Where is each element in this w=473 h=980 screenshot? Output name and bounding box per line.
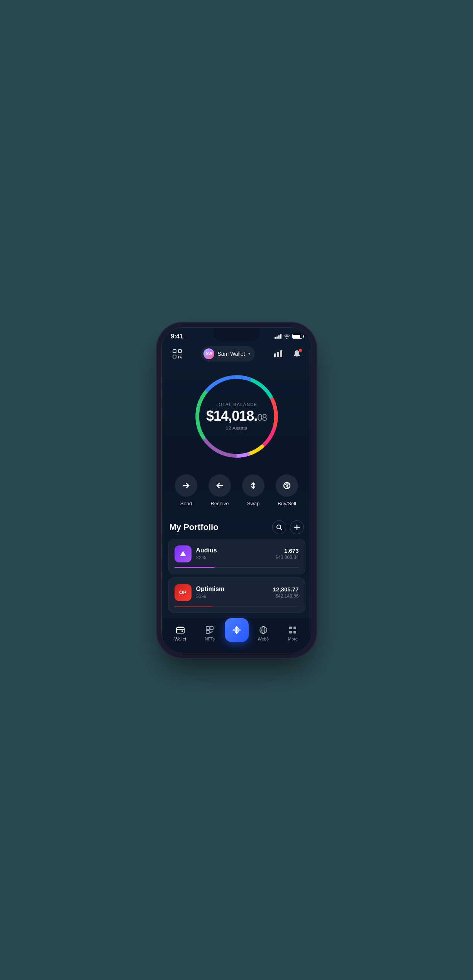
notch	[214, 328, 260, 341]
send-label: Send	[180, 501, 192, 506]
wallet-nav-label: Wallet	[175, 637, 186, 641]
chart-icon[interactable]	[271, 347, 285, 361]
audius-percent: 32%	[196, 555, 271, 560]
donut-chart: TOTAL BALANCE $14,018.08 12 Assets	[190, 370, 283, 463]
phone-screen: 9:41	[162, 328, 312, 653]
optimism-values: 12,305.77 $42,149.56	[273, 586, 299, 599]
audius-info: Audius 32%	[196, 547, 271, 560]
audius-usd: $43,003.34	[275, 555, 298, 560]
svg-rect-34	[206, 630, 209, 634]
status-time: 9:41	[171, 333, 183, 340]
optimism-progress-fill	[175, 606, 213, 606]
svg-rect-9	[280, 350, 282, 357]
svg-line-6	[180, 357, 181, 358]
portfolio-header: My Portfolio	[162, 514, 312, 539]
phone-frame: 9:41	[161, 327, 312, 653]
optimism-progress	[175, 606, 299, 606]
more-nav-label: More	[288, 637, 298, 641]
nfts-nav-icon	[205, 625, 215, 635]
optimism-usd: $42,149.56	[273, 593, 299, 599]
nav-web3[interactable]: Web3	[249, 625, 278, 641]
receive-icon	[209, 474, 231, 497]
svg-rect-2	[173, 355, 176, 358]
svg-rect-0	[173, 350, 176, 353]
audius-progress	[175, 567, 299, 568]
bottom-nav: Wallet NFTs	[162, 617, 312, 653]
search-button[interactable]	[272, 520, 286, 534]
web3-nav-icon	[258, 625, 268, 635]
portfolio-actions	[272, 520, 304, 534]
svg-rect-29	[176, 628, 184, 633]
optimism-logo: OP	[175, 584, 192, 601]
svg-rect-33	[210, 627, 213, 630]
wallet-nav-icon	[175, 625, 185, 635]
svg-rect-1	[178, 350, 181, 353]
scan-icon[interactable]	[170, 346, 185, 362]
optimism-amount: 12,305.77	[273, 586, 299, 593]
optimism-logo-text: OP	[179, 589, 186, 595]
svg-marker-28	[180, 551, 186, 556]
chevron-down-icon: ▾	[248, 352, 250, 356]
buysell-button[interactable]: $ Buy/Sell	[270, 474, 304, 506]
swap-label: Swap	[247, 501, 260, 506]
optimism-name: Optimism	[196, 586, 268, 593]
receive-button[interactable]: Receive	[203, 474, 237, 506]
header-right	[271, 347, 304, 361]
nav-nfts[interactable]: NFTs	[195, 625, 225, 641]
nfts-nav-label: NFTs	[205, 637, 215, 641]
more-nav-icon	[288, 625, 298, 635]
wallet-selector[interactable]: SW Sam Wallet ▾	[201, 346, 254, 362]
wallet-name: Sam Wallet	[217, 351, 245, 357]
audius-progress-fill	[175, 567, 214, 568]
action-buttons: Send Receive	[162, 470, 312, 514]
audius-amount: 1.673	[275, 547, 298, 554]
audius-name: Audius	[196, 547, 271, 554]
swap-icon	[242, 474, 264, 497]
notification-badge	[298, 348, 302, 352]
optimism-info: Optimism 31%	[196, 586, 268, 599]
balance-section: TOTAL BALANCE $14,018.08 12 Assets	[162, 366, 312, 470]
nav-wallet[interactable]: Wallet	[166, 625, 195, 641]
svg-rect-42	[289, 631, 292, 634]
receive-label: Receive	[211, 501, 229, 506]
svg-rect-43	[293, 631, 296, 634]
send-icon	[175, 474, 197, 497]
optimism-percent: 31%	[196, 593, 268, 599]
svg-line-25	[280, 528, 282, 530]
audius-values: 1.673 $43,003.34	[275, 547, 298, 560]
balance-amount: $14,018.08	[206, 409, 267, 423]
battery-icon	[292, 334, 302, 339]
add-asset-button[interactable]	[290, 520, 304, 534]
status-icons	[275, 334, 302, 339]
asset-card-optimism[interactable]: OP Optimism 31% 12,305.77 $42,149.56	[168, 577, 305, 613]
svg-rect-31	[178, 627, 183, 628]
notification-icon[interactable]	[290, 347, 304, 361]
swap-button[interactable]: Swap	[237, 474, 270, 506]
portfolio-section: My Portfolio	[162, 514, 312, 617]
signal-icon	[275, 334, 281, 339]
balance-assets: 12 Assets	[206, 425, 267, 431]
balance-center: TOTAL BALANCE $14,018.08 12 Assets	[206, 402, 267, 431]
header: SW Sam Wallet ▾	[162, 343, 312, 366]
svg-rect-32	[206, 627, 209, 630]
center-action-button[interactable]	[225, 618, 249, 642]
svg-rect-8	[277, 352, 279, 357]
svg-rect-41	[293, 627, 296, 629]
wifi-icon	[284, 334, 290, 339]
svg-rect-7	[274, 353, 276, 357]
portfolio-title: My Portfolio	[170, 522, 219, 532]
asset-card-audius[interactable]: Audius 32% 1.673 $43,003.34	[168, 539, 305, 574]
avatar: SW	[203, 348, 214, 359]
balance-label: TOTAL BALANCE	[206, 402, 267, 406]
audius-logo	[175, 545, 192, 562]
asset-list: Audius 32% 1.673 $43,003.34	[162, 539, 312, 617]
buysell-icon: $	[276, 474, 298, 497]
svg-rect-40	[289, 627, 292, 629]
nav-more[interactable]: More	[278, 625, 308, 641]
buysell-label: Buy/Sell	[278, 501, 296, 506]
web3-nav-label: Web3	[258, 637, 269, 641]
svg-point-30	[181, 630, 183, 632]
send-button[interactable]: Send	[170, 474, 203, 506]
